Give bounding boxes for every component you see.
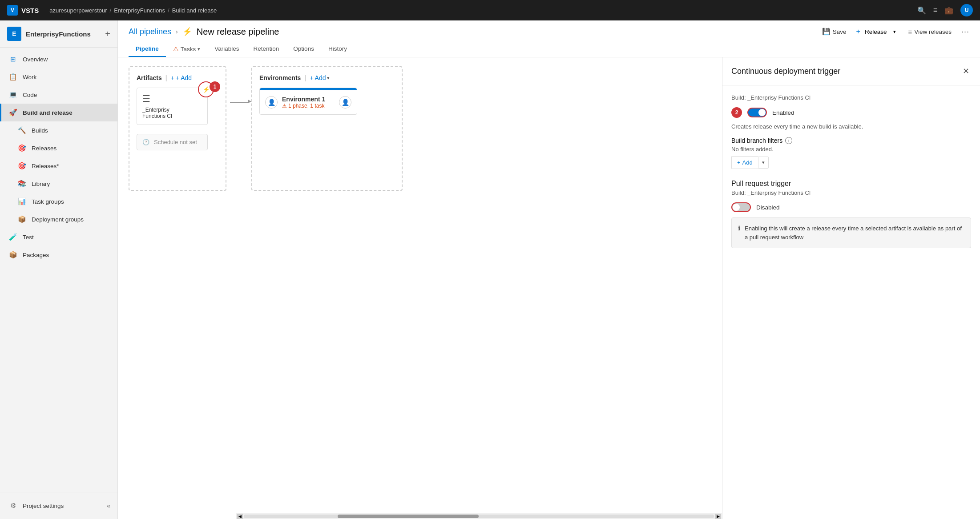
deployment-groups-icon: 📦 bbox=[17, 215, 26, 224]
list-icon[interactable]: ≡ bbox=[933, 6, 937, 14]
release-dropdown-button[interactable]: ▾ bbox=[891, 27, 898, 36]
add-filter-plus-icon: + bbox=[737, 159, 741, 166]
pr-info-text: Enabling this will create a release ever… bbox=[745, 224, 964, 241]
app-logo: V VSTS bbox=[7, 5, 39, 16]
overview-icon: ⊞ bbox=[8, 55, 17, 64]
lightning-icon: ⚡ bbox=[202, 86, 210, 93]
sidebar-item-test[interactable]: 🧪 Test bbox=[0, 228, 117, 246]
tab-options[interactable]: Options bbox=[286, 42, 321, 57]
enabled-toggle[interactable] bbox=[747, 108, 767, 117]
step-1-badge: 1 bbox=[210, 81, 220, 92]
artifact-card-wrapper: ☰ _EnterprisyFunctions CI ⚡ 1 bbox=[137, 88, 208, 129]
test-icon: 🧪 bbox=[8, 233, 17, 241]
schedule-label: Schedule not set bbox=[154, 139, 197, 145]
artifact-name: _EnterprisyFunctions CI bbox=[142, 107, 202, 119]
add-environment-button[interactable]: + Add ▾ bbox=[310, 74, 330, 81]
add-artifact-plus-icon: + bbox=[171, 74, 174, 81]
right-panel-title: Continuous deployment trigger bbox=[731, 67, 961, 76]
breadcrumb-sep-2: / bbox=[168, 7, 169, 14]
artifacts-title: Artifacts | + + Add bbox=[137, 74, 218, 81]
add-project-button[interactable]: + bbox=[105, 29, 110, 39]
tab-pipeline[interactable]: Pipeline bbox=[129, 42, 166, 57]
sidebar-item-deployment-groups[interactable]: 📦 Deployment groups bbox=[0, 210, 117, 228]
code-icon: 💻 bbox=[8, 90, 17, 99]
sidebar-item-label: Overview bbox=[23, 56, 48, 63]
content-header: All pipelines › ⚡ New release pipeline 💾… bbox=[118, 20, 980, 57]
search-icon[interactable]: 🔍 bbox=[917, 6, 926, 15]
add-filter-dropdown-button[interactable]: ▾ bbox=[758, 157, 769, 169]
app-name: VSTS bbox=[21, 7, 39, 14]
sidebar-item-builds[interactable]: 🔨 Builds bbox=[0, 121, 117, 139]
close-panel-button[interactable]: ✕ bbox=[961, 64, 971, 78]
release-button-group: + Release ▾ bbox=[856, 27, 899, 37]
breadcrumb-part-1[interactable]: azuresuperpowerstour bbox=[49, 7, 107, 14]
sidebar-collapse-icon[interactable]: « bbox=[107, 502, 110, 509]
avatar[interactable]: U bbox=[960, 4, 973, 16]
sidebar-item-build-release[interactable]: 🚀 Build and release bbox=[0, 104, 117, 121]
sidebar-item-library[interactable]: 📚 Library bbox=[0, 175, 117, 193]
project-name: EnterprisyFunctions bbox=[26, 30, 101, 38]
breadcrumb-part-2[interactable]: EnterprisyFunctions bbox=[114, 7, 165, 14]
pipeline-icon: ⚡ bbox=[182, 27, 192, 36]
save-button[interactable]: 💾 Save bbox=[819, 26, 849, 37]
work-icon: 📋 bbox=[8, 72, 17, 81]
horizontal-scrollbar[interactable]: ◀ ▶ bbox=[236, 513, 722, 519]
release-button[interactable]: Release bbox=[861, 27, 891, 37]
project-settings-label: Project settings bbox=[23, 503, 64, 509]
sidebar-item-packages[interactable]: 📦 Packages bbox=[0, 246, 117, 264]
pipeline-diagram: Artifacts | + + Add ☰ _EnterprisyFunctio… bbox=[129, 66, 711, 191]
right-panel: Continuous deployment trigger ✕ Build: _… bbox=[722, 57, 980, 519]
connector-line bbox=[230, 102, 248, 103]
env-card-body: 👤 Environment 1 ⚠ 1 phase, 1 task bbox=[260, 90, 357, 114]
more-options-button[interactable]: ··· bbox=[961, 27, 969, 36]
tasks-warning-icon: ⚠ bbox=[173, 45, 179, 52]
build-label: Build: _Enterprisy Functions CI bbox=[731, 94, 971, 101]
all-pipelines-link[interactable]: All pipelines bbox=[129, 27, 171, 36]
sidebar-item-releases[interactable]: 🎯 Releases bbox=[0, 139, 117, 157]
artifacts-box: Artifacts | + + Add ☰ _EnterprisyFunctio… bbox=[129, 66, 226, 191]
sidebar-item-label: Packages bbox=[23, 252, 49, 258]
environment-card[interactable]: 👤 Environment 1 ⚠ 1 phase, 1 task bbox=[259, 88, 357, 115]
scroll-right-button[interactable]: ▶ bbox=[715, 514, 721, 519]
pr-section-title: Pull request trigger bbox=[731, 180, 971, 188]
add-artifact-button[interactable]: + + Add bbox=[171, 74, 192, 81]
tab-history[interactable]: History bbox=[321, 42, 354, 57]
schedule-card[interactable]: 🕐 Schedule not set bbox=[137, 134, 208, 150]
sidebar-item-project-settings[interactable]: ⚙ Project settings « bbox=[7, 497, 110, 515]
briefcase-icon[interactable]: 💼 bbox=[944, 6, 953, 15]
tab-variables[interactable]: Variables bbox=[207, 42, 246, 57]
tasks-chevron-icon: ▾ bbox=[198, 46, 200, 52]
tab-retention[interactable]: Retention bbox=[246, 42, 286, 57]
clock-icon: 🕐 bbox=[142, 139, 149, 145]
env-name: Environment 1 bbox=[282, 96, 335, 103]
artifact-card[interactable]: ☰ _EnterprisyFunctions CI bbox=[137, 88, 208, 125]
step-2-badge: 2 bbox=[731, 107, 742, 118]
scroll-left-button[interactable]: ◀ bbox=[237, 514, 243, 519]
breadcrumb-part-3[interactable]: Build and release bbox=[172, 7, 217, 14]
pr-disabled-label: Disabled bbox=[756, 204, 780, 211]
title-actions: 💾 Save + Release ▾ ≡ View releases ··· bbox=[819, 26, 969, 37]
top-bar: V VSTS azuresuperpowerstour / Enterprisy… bbox=[0, 0, 980, 20]
sidebar-item-overview[interactable]: ⊞ Overview bbox=[0, 50, 117, 68]
title-row: All pipelines › ⚡ New release pipeline 💾… bbox=[129, 26, 969, 37]
enabled-label: Enabled bbox=[772, 109, 794, 116]
pr-info-box: ℹ Enabling this will create a release ev… bbox=[731, 217, 971, 248]
view-releases-label: View releases bbox=[914, 28, 952, 35]
build-release-icon: 🚀 bbox=[8, 108, 17, 117]
tab-tasks[interactable]: ⚠ Tasks ▾ bbox=[166, 42, 208, 57]
right-panel-header: Continuous deployment trigger ✕ bbox=[722, 57, 980, 85]
pr-toggle[interactable] bbox=[731, 202, 751, 212]
sidebar-item-label: Builds bbox=[32, 127, 48, 134]
filters-section: Build branch filters i No filters added.… bbox=[731, 137, 971, 169]
sidebar-item-label: Task groups bbox=[32, 198, 64, 205]
sidebar-item-work[interactable]: 📋 Work bbox=[0, 68, 117, 86]
sidebar-item-label: Releases* bbox=[32, 163, 59, 169]
add-filter-button[interactable]: + Add bbox=[731, 156, 758, 169]
sidebar-item-task-groups[interactable]: 📊 Task groups bbox=[0, 193, 117, 210]
sidebar-item-code[interactable]: 💻 Code bbox=[0, 86, 117, 104]
artifact-icon: ☰ bbox=[142, 93, 202, 104]
view-releases-button[interactable]: ≡ View releases bbox=[905, 26, 954, 37]
sidebar-item-releases-star[interactable]: 🎯 Releases* bbox=[0, 157, 117, 175]
filters-info-icon[interactable]: i bbox=[785, 137, 792, 144]
scrollbar-thumb[interactable] bbox=[338, 515, 479, 518]
